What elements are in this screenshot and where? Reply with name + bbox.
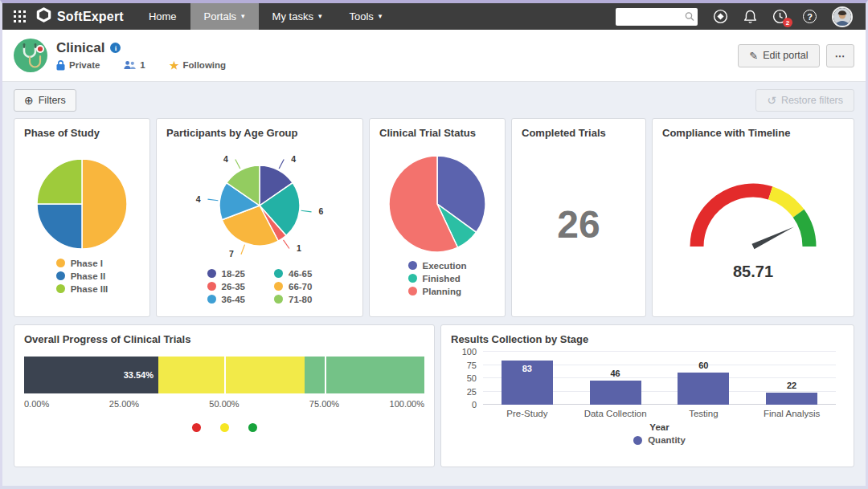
legend-label: Execution (423, 261, 467, 271)
kpi-value: 26 (557, 202, 600, 247)
notification-badge: 2 (783, 18, 792, 27)
card-phase-of-study: Phase of Study Phase IPhase IIPhase III (14, 118, 150, 317)
bullet-range (305, 357, 424, 393)
legend-item: 26-35 (207, 282, 245, 291)
y-axis-tick: 25 (467, 387, 477, 397)
y-axis-tick: 50 (467, 373, 477, 383)
edit-portal-button[interactable]: ✎ Edit portal (738, 44, 819, 67)
card-results-by-stage: Results Collection by Stage 025507510083… (440, 324, 854, 467)
nav-item-home[interactable]: Home (135, 3, 190, 30)
chevron-down-icon: ▾ (318, 13, 322, 20)
circle-plus-icon: ⊕ (24, 95, 34, 106)
brand-logo[interactable]: SoftExpert (36, 3, 124, 30)
legend-dot (633, 436, 642, 445)
gauge-zone (771, 193, 799, 213)
card-title: Completed Trials (522, 127, 636, 139)
data-label: 6 (319, 206, 324, 216)
apps-grid-icon[interactable] (2, 3, 36, 30)
pie-slice-Phase II (37, 204, 82, 249)
bullet-axis: 0.00%25.00%50.00%75.00%100.00% (24, 399, 424, 411)
callout-line (279, 159, 284, 169)
nav-item-label: Portals (204, 10, 236, 22)
x-axis-tick: Testing (660, 409, 748, 418)
portal-header: Clinical i Private (2, 30, 866, 82)
chevron-down-icon: ▾ (379, 13, 383, 20)
launcher-icon[interactable] (713, 9, 728, 24)
legend-label: 26-35 (222, 282, 245, 291)
restore-filters-button[interactable]: ↺ Restore filters (755, 89, 854, 112)
search-icon (685, 11, 694, 22)
axis-tick: 100.00% (390, 399, 424, 409)
user-avatar[interactable] (832, 6, 853, 27)
nav-item-label: My tasks (272, 10, 313, 22)
card-participants-by-age: Participants by Age Group 46174418-2526-… (156, 118, 363, 317)
legend-label: Quantity (648, 435, 686, 445)
axis-tick: 75.00% (309, 399, 339, 409)
legend-dot (274, 282, 283, 291)
recent-activity-icon[interactable]: 2 (772, 9, 788, 24)
search-input[interactable] (620, 11, 685, 22)
members-count[interactable]: 1 (124, 60, 145, 70)
axis-tick: 0.00% (24, 399, 49, 409)
chevron-down-icon: ▾ (241, 13, 245, 20)
legend-dot (207, 269, 216, 278)
card-title: Results Collection by Stage (451, 333, 844, 345)
card-overall-progress: Overall Progress of Clinical Trials 33.5… (14, 324, 435, 467)
legend-dot (408, 261, 417, 270)
legend-dot (274, 295, 283, 304)
bell-icon[interactable] (743, 10, 757, 24)
star-icon: ★ (170, 59, 179, 71)
legend-label: Planning (423, 287, 462, 296)
dashboard: Phase of Study Phase IPhase IIPhase III … (2, 118, 866, 467)
bar-value-label: 46 (571, 369, 660, 378)
pie-legend: ExecutionFinishedPlanning (408, 261, 467, 296)
following-toggle[interactable]: ★ Following (170, 59, 226, 71)
legend-item: Planning (408, 287, 467, 296)
pie-svg (23, 156, 141, 252)
y-axis-tick: 0 (472, 400, 477, 410)
legend-item: Execution (408, 261, 467, 271)
pie-slice-Phase I (82, 159, 127, 249)
legend-dot (56, 259, 65, 267)
help-icon[interactable]: ? (803, 10, 817, 23)
card-compliance-timeline: Compliance with Timeline 85.71 (652, 118, 854, 317)
x-axis-title: Year (483, 422, 836, 432)
bullet-gridline (325, 357, 326, 393)
bullet-legend (24, 423, 424, 432)
nav-item-portals[interactable]: Portals▾ (190, 3, 259, 30)
nav-item-label: Tools (349, 10, 373, 22)
pie-slice-Phase III (37, 159, 82, 204)
callout-line (235, 159, 240, 169)
x-axis-tick: Pre-Study (483, 409, 571, 418)
gauge-zone (697, 190, 771, 247)
x-axis-tick: Data Collection (571, 409, 660, 418)
lock-icon (56, 60, 65, 71)
gauge-canvas (677, 168, 829, 261)
legend-label: 36-45 (222, 295, 245, 304)
legend-dot (408, 287, 417, 295)
brand-name: SoftExpert (57, 10, 124, 24)
data-label: 1 (297, 242, 301, 252)
data-label: 7 (229, 249, 234, 259)
gauge-needle (751, 226, 793, 249)
legend-dot (192, 423, 201, 432)
phase-of-study-pie-chart: Phase IPhase IIPhase III (24, 141, 140, 308)
gauge-svg (677, 168, 829, 258)
nav-item-my-tasks[interactable]: My tasks▾ (259, 3, 336, 30)
legend-item: 71-80 (274, 295, 312, 304)
bar-final-analysis (766, 393, 817, 405)
more-options-button[interactable]: ⋯ (826, 44, 855, 67)
card-title: Clinical Trial Status (379, 127, 495, 139)
pie-legend: Phase IPhase IIPhase III (56, 259, 108, 294)
filters-button[interactable]: ⊕ Filters (14, 89, 76, 112)
legend-dot (207, 295, 216, 304)
callout-line (207, 199, 218, 201)
search-box (616, 8, 698, 26)
bar-legend: Quantity (483, 435, 836, 445)
info-icon[interactable]: i (110, 43, 121, 53)
nav-item-tools[interactable]: Tools▾ (335, 3, 395, 30)
legend-label: 71-80 (289, 295, 312, 304)
bar-column: 60 (660, 352, 748, 405)
bullet-value-bar: 33.54% (24, 357, 158, 393)
legend-label: Phase I (71, 259, 103, 268)
